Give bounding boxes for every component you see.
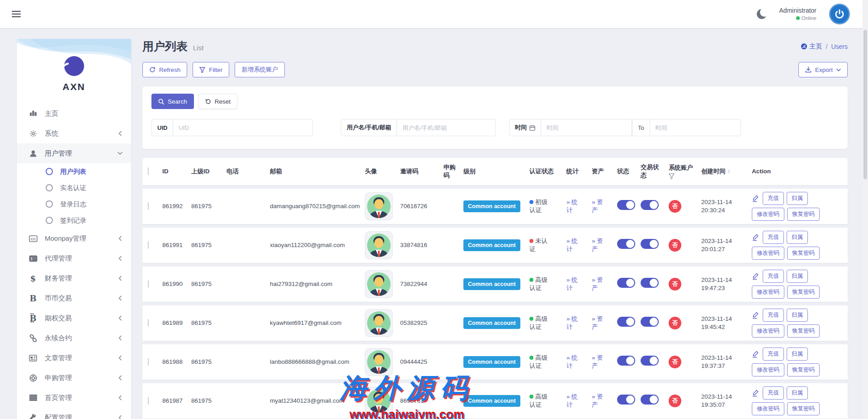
- export-button[interactable]: Export: [798, 62, 848, 77]
- stats-link[interactable]: » 统计: [566, 276, 583, 292]
- row-checkbox[interactable]: [148, 241, 149, 249]
- sidebar-item-article[interactable]: 文章管理: [17, 348, 131, 368]
- vertical-scrollbar[interactable]: [863, 0, 868, 419]
- scrollbar-thumb[interactable]: [863, 30, 867, 179]
- status-dot: [529, 239, 533, 243]
- ownership-button[interactable]: 归属: [787, 348, 808, 361]
- breadcrumb-home-link[interactable]: 主页: [801, 43, 822, 51]
- assets-link[interactable]: » 资产: [592, 237, 608, 253]
- row-checkbox[interactable]: [148, 280, 149, 288]
- recharge-button[interactable]: 充值: [763, 270, 784, 283]
- edit-pencil-icon[interactable]: [752, 350, 759, 358]
- sidebar-item-perpetual-contract[interactable]: 永续合约: [17, 328, 131, 348]
- sidebar-item-user-management[interactable]: 用户管理: [17, 143, 131, 163]
- ownership-button[interactable]: 归属: [787, 231, 808, 244]
- sidebar-item-spot-trading[interactable]: B 币币交易: [17, 288, 131, 308]
- sidebar-item-finance[interactable]: $ 财务管理: [17, 268, 131, 288]
- recharge-button[interactable]: 充值: [763, 192, 784, 205]
- assets-link[interactable]: » 资产: [592, 315, 608, 331]
- status-toggle[interactable]: [617, 317, 635, 327]
- change-password-button[interactable]: 修改密码: [752, 247, 784, 260]
- row-checkbox[interactable]: [148, 202, 149, 210]
- edit-pencil-icon[interactable]: [752, 272, 759, 280]
- account-input[interactable]: [397, 119, 495, 136]
- sidebar-item-options-trading[interactable]: B 期权交易: [17, 308, 131, 328]
- row-checkbox[interactable]: [148, 319, 149, 327]
- sidebar-item-home[interactable]: 主页: [17, 104, 131, 124]
- trade-status-toggle[interactable]: [641, 395, 659, 405]
- edit-pencil-icon[interactable]: [752, 311, 759, 319]
- select-all-checkbox[interactable]: [148, 167, 149, 175]
- status-toggle[interactable]: [617, 395, 635, 405]
- time-to-input[interactable]: [650, 119, 741, 136]
- hamburger-menu-icon[interactable]: [12, 9, 21, 19]
- search-button[interactable]: Search: [151, 94, 194, 109]
- recover-password-button[interactable]: 恢复密码: [787, 363, 820, 376]
- filter-button[interactable]: Filter: [193, 62, 229, 77]
- status-dot: [529, 200, 533, 204]
- edit-pencil-icon[interactable]: [752, 233, 759, 241]
- trade-status-toggle[interactable]: [641, 200, 659, 210]
- assets-link[interactable]: » 资产: [592, 393, 608, 409]
- sidebar-item-system[interactable]: 系统: [17, 124, 131, 143]
- assets-link[interactable]: » 资产: [592, 198, 608, 214]
- radio-circle-icon: [46, 217, 53, 224]
- stats-link[interactable]: » 统计: [566, 315, 583, 331]
- sidebar-item-homepage[interactable]: 首页管理: [17, 388, 131, 408]
- trade-status-toggle[interactable]: [641, 356, 659, 366]
- stats-link[interactable]: » 统计: [566, 237, 583, 253]
- recharge-button[interactable]: 充值: [763, 231, 784, 244]
- change-password-button[interactable]: 修改密码: [752, 363, 784, 376]
- dark-mode-moon-icon[interactable]: [757, 9, 767, 19]
- status-toggle[interactable]: [617, 278, 635, 288]
- sidebar-subitem-signin-record[interactable]: 签到记录: [17, 212, 131, 229]
- change-password-button[interactable]: 修改密码: [752, 402, 784, 415]
- sidebar-subitem-login-log[interactable]: 登录日志: [17, 196, 131, 212]
- change-password-button[interactable]: 修改密码: [752, 286, 784, 299]
- row-checkbox[interactable]: [148, 397, 149, 405]
- status-toggle[interactable]: [617, 356, 635, 366]
- recover-password-button[interactable]: 恢复密码: [787, 247, 820, 260]
- column-filter-funnel-icon[interactable]: [669, 173, 675, 179]
- ownership-button[interactable]: 归属: [787, 270, 808, 283]
- change-password-button[interactable]: 修改密码: [752, 208, 784, 221]
- recover-password-button[interactable]: 恢复密码: [787, 286, 820, 299]
- recharge-button[interactable]: 充值: [763, 309, 784, 322]
- recharge-button[interactable]: 充值: [763, 386, 784, 400]
- ownership-button[interactable]: 归属: [787, 386, 808, 400]
- trade-status-toggle[interactable]: [641, 278, 659, 288]
- change-password-button[interactable]: 修改密码: [752, 324, 784, 338]
- stats-link[interactable]: » 统计: [566, 393, 583, 409]
- stats-link[interactable]: » 统计: [566, 354, 583, 370]
- stats-link[interactable]: » 统计: [566, 198, 583, 214]
- status-toggle[interactable]: [617, 200, 635, 210]
- edit-pencil-icon[interactable]: [752, 389, 759, 397]
- assets-link[interactable]: » 资产: [592, 354, 608, 370]
- ownership-button[interactable]: 归属: [787, 192, 808, 205]
- header-created[interactable]: 创建时间↑: [701, 167, 752, 176]
- reset-button[interactable]: Reset: [198, 94, 237, 109]
- uid-input[interactable]: [173, 119, 313, 136]
- sidebar-item-subscription[interactable]: 申购管理: [17, 368, 131, 388]
- assets-link[interactable]: » 资产: [592, 276, 608, 292]
- edit-pencil-icon[interactable]: [752, 195, 759, 202]
- status-toggle[interactable]: [617, 239, 635, 249]
- time-from-input[interactable]: [541, 119, 632, 136]
- sort-asc-icon[interactable]: ↑: [727, 168, 731, 175]
- trade-status-toggle[interactable]: [641, 317, 659, 327]
- recharge-button[interactable]: 充值: [763, 348, 784, 361]
- sidebar-subitem-real-name-auth[interactable]: 实名认证: [17, 180, 131, 196]
- recover-password-button[interactable]: 恢复密码: [787, 208, 820, 221]
- add-system-account-button[interactable]: 新增系统账户: [235, 62, 285, 77]
- power-avatar-button[interactable]: [829, 4, 850, 24]
- sidebar-item-moonpay[interactable]: CC Moonpay管理: [17, 229, 131, 248]
- recover-password-button[interactable]: 恢复密码: [787, 402, 820, 415]
- trade-status-toggle[interactable]: [641, 239, 659, 249]
- sidebar-item-config[interactable]: 配置管理: [17, 408, 131, 419]
- recover-password-button[interactable]: 恢复密码: [787, 324, 820, 338]
- sidebar-item-agent[interactable]: 代理管理: [17, 248, 131, 268]
- sidebar-subitem-user-list[interactable]: 用户列表: [17, 163, 131, 180]
- row-checkbox[interactable]: [148, 358, 149, 366]
- ownership-button[interactable]: 归属: [787, 309, 808, 322]
- refresh-button[interactable]: Refresh: [142, 62, 187, 77]
